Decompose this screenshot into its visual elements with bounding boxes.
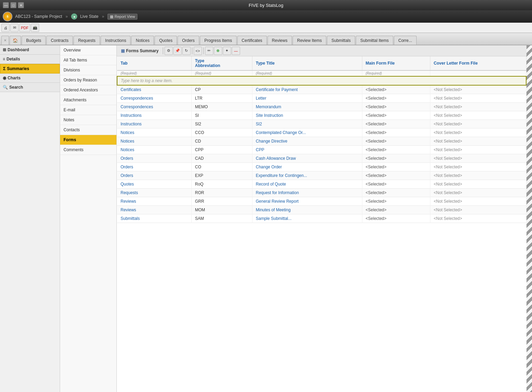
tab-close-x[interactable]: ✕ <box>1 36 9 45</box>
cell-main-form[interactable]: <Selected> <box>362 180 430 189</box>
cell-main-form[interactable]: <Selected> <box>362 137 430 146</box>
cell-cover-letter[interactable]: <Not Selected> <box>430 180 526 189</box>
state-link[interactable]: Live State <box>80 14 98 19</box>
cell-cover-letter[interactable]: <Not Selected> <box>430 171 526 180</box>
pdf-button[interactable]: PDF <box>19 24 30 32</box>
cell-cover-letter[interactable]: <Not Selected> <box>430 214 526 223</box>
cell-main-form[interactable]: <Selected> <box>362 171 430 180</box>
tab-instructions[interactable]: Instructions <box>101 36 131 45</box>
cell-type-title[interactable]: Cash Allowance Draw <box>252 154 362 163</box>
cell-main-form[interactable]: <Selected> <box>362 214 430 223</box>
tab-home[interactable]: 🏠 <box>10 36 21 45</box>
pin-button[interactable]: 📌 <box>173 47 182 55</box>
delete-button[interactable]: — <box>232 47 240 55</box>
tab-contracts[interactable]: Contracts <box>46 36 73 45</box>
wand-button[interactable]: ✦ <box>223 47 231 55</box>
cell-type-title[interactable]: Contemplated Change Or... <box>252 128 362 137</box>
edit-button[interactable]: ✏ <box>205 47 213 55</box>
tab-progress-items[interactable]: Progress Items <box>200 36 237 45</box>
cell-main-form[interactable]: <Selected> <box>362 189 430 197</box>
cell-type-title[interactable]: Site Instruction <box>252 111 362 120</box>
add-green-button[interactable]: ⊕ <box>214 47 222 55</box>
cell-main-form[interactable]: <Selected> <box>362 197 430 206</box>
tab-review-items[interactable]: Review Items <box>293 36 326 45</box>
cell-main-form[interactable]: <Selected> <box>362 206 430 214</box>
cell-cover-letter[interactable]: <Not Selected> <box>430 85 526 94</box>
settings-button[interactable]: ⚙ <box>165 47 173 55</box>
maximize-button[interactable]: □ <box>10 2 16 8</box>
cell-cover-letter[interactable]: <Not Selected> <box>430 111 526 120</box>
cell-tab[interactable]: Notices <box>117 146 191 154</box>
cell-type-title[interactable]: Minutes of Meeting <box>252 206 362 214</box>
cell-type-title[interactable]: Sample Submittal... <box>252 214 362 223</box>
cell-main-form[interactable]: <Selected> <box>362 146 430 154</box>
sub-nav-email[interactable]: E-mail <box>60 105 116 115</box>
cell-tab[interactable]: Correspondences <box>117 103 191 111</box>
cell-tab[interactable]: Reviews <box>117 206 191 214</box>
cell-type-title[interactable]: General Review Report <box>252 197 362 206</box>
cell-cover-letter[interactable]: <Not Selected> <box>430 154 526 163</box>
cell-type-title[interactable]: Letter <box>252 94 362 103</box>
cell-tab[interactable]: Notices <box>117 137 191 146</box>
cell-cover-letter[interactable]: <Not Selected> <box>430 137 526 146</box>
tab-requests[interactable]: Requests <box>73 36 100 45</box>
tab-submittals[interactable]: Submittals <box>327 36 355 45</box>
cell-tab[interactable]: Requests <box>117 189 191 197</box>
cell-tab[interactable]: Notices <box>117 128 191 137</box>
cell-tab[interactable]: Orders <box>117 171 191 180</box>
tab-budgets[interactable]: Budgets <box>22 36 46 45</box>
cell-type-title[interactable]: Record of Quote <box>252 180 362 189</box>
sub-nav-attachments[interactable]: Attachments <box>60 95 116 105</box>
cell-tab[interactable]: Certificates <box>117 85 191 94</box>
cell-main-form[interactable]: <Selected> <box>362 85 430 94</box>
nav-details[interactable]: ≡ Details <box>0 55 60 64</box>
sub-nav-ordered-ancestors[interactable]: Ordered Ancestors <box>60 85 116 95</box>
cell-main-form[interactable]: <Selected> <box>362 94 430 103</box>
nav-dashboard[interactable]: ⊞ Dashboard <box>0 45 60 55</box>
cell-tab[interactable]: Quotes <box>117 180 191 189</box>
cell-main-form[interactable]: <Selected> <box>362 120 430 128</box>
tab-corre[interactable]: Corre... <box>394 36 417 45</box>
tab-reviews[interactable]: Reviews <box>268 36 292 45</box>
cell-cover-letter[interactable]: <Not Selected> <box>430 163 526 171</box>
sub-nav-divisions[interactable]: Divisions <box>60 65 116 75</box>
cell-main-form[interactable]: <Selected> <box>362 128 430 137</box>
cell-tab[interactable]: Orders <box>117 163 191 171</box>
sub-nav-overview[interactable]: Overview <box>60 45 116 55</box>
cell-cover-letter[interactable]: <Not Selected> <box>430 206 526 214</box>
project-link[interactable]: ABC123 - Sample Project <box>15 14 62 19</box>
cell-cover-letter[interactable]: <Not Selected> <box>430 128 526 137</box>
new-item-row[interactable]: Type here to log a new item. <box>117 76 526 85</box>
cell-type-title[interactable]: Change Order <box>252 163 362 171</box>
tab-certificates[interactable]: Certificates <box>237 36 267 45</box>
tab-notices[interactable]: Notices <box>131 36 154 45</box>
minimize-button[interactable]: — <box>3 2 9 8</box>
tab-submittal-items[interactable]: Submittal Items <box>356 36 393 45</box>
cell-type-title[interactable]: Change Directive <box>252 137 362 146</box>
cell-tab[interactable]: Instructions <box>117 111 191 120</box>
cell-cover-letter[interactable]: <Not Selected> <box>430 103 526 111</box>
cell-type-title[interactable]: Certificate for Payment <box>252 85 362 94</box>
print-button[interactable]: 🖨 <box>1 24 10 32</box>
tab-orders[interactable]: Orders <box>178 36 199 45</box>
cell-tab[interactable]: Submittals <box>117 214 191 223</box>
cell-type-title[interactable]: Request for Information <box>252 189 362 197</box>
cell-tab[interactable]: Reviews <box>117 197 191 206</box>
code-button[interactable]: <> <box>194 47 202 55</box>
tab-quotes[interactable]: Quotes <box>155 36 177 45</box>
sub-nav-comments[interactable]: Comments <box>60 145 116 155</box>
cell-cover-letter[interactable]: <Not Selected> <box>430 94 526 103</box>
cell-cover-letter[interactable]: <Not Selected> <box>430 120 526 128</box>
sub-nav-notes[interactable]: Notes <box>60 115 116 125</box>
sub-nav-contacts[interactable]: Contacts <box>60 125 116 135</box>
email-button[interactable]: ✉ <box>10 24 19 32</box>
cell-main-form[interactable]: <Selected> <box>362 154 430 163</box>
fax-button[interactable]: 📠 <box>31 24 39 32</box>
cell-type-title[interactable]: Expenditure for Contingen... <box>252 171 362 180</box>
sub-nav-all-tab-items[interactable]: All Tab Items <box>60 55 116 65</box>
cell-main-form[interactable]: <Selected> <box>362 111 430 120</box>
cell-cover-letter[interactable]: <Not Selected> <box>430 146 526 154</box>
close-button[interactable]: ✕ <box>18 2 24 8</box>
sub-nav-forms[interactable]: Forms <box>60 135 116 145</box>
nav-search[interactable]: 🔍 Search <box>0 83 60 92</box>
